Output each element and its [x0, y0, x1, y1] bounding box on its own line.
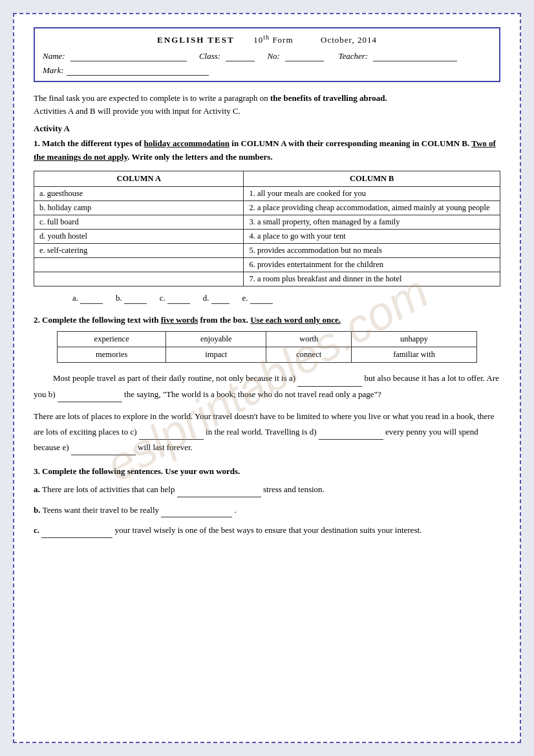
col-b-item-5: 5. provides accommodation but no meals [244, 243, 500, 257]
answer-a-label: a. [72, 293, 78, 303]
col-b-item-6: 6. provides entertainment for the childr… [244, 257, 500, 272]
q2-para1: Most people travel as part of their dail… [34, 371, 500, 402]
q3-c-letter: c. [34, 525, 41, 535]
q2-underline: five words [161, 315, 198, 325]
q3-item-c: c. your travel wisely is one of the best… [34, 524, 500, 538]
word-familiar: familiar with [352, 347, 477, 363]
answer-b-label: b. [116, 293, 122, 303]
table-row: a. guesthouse 1. all your meals are cook… [34, 186, 500, 200]
q3-a-blank[interactable] [177, 483, 261, 497]
q2-title: 2. Complete the following text with five… [34, 314, 500, 327]
answer-c: c. [160, 293, 190, 304]
blank-b[interactable] [58, 387, 122, 402]
col-b-item-7: 7. a room plus breakfast and dinner in t… [244, 272, 500, 286]
q3-item-a: a. There are lots of activities that can… [34, 483, 500, 497]
name-field[interactable] [70, 50, 187, 61]
col-a-empty2 [34, 272, 244, 286]
q3-c-text: your travel wisely is one of the best wa… [115, 525, 422, 535]
blank-e-label: e) [62, 442, 69, 452]
q3-b-blank[interactable] [161, 504, 232, 518]
answer-d: d. [203, 293, 230, 304]
teacher-label: Teacher: [338, 51, 368, 61]
answer-row: a. b. c. d. e. [72, 293, 500, 304]
q3-title: 3. Complete the following sentences. Use… [34, 465, 500, 478]
name-label: Name: [43, 51, 65, 61]
class-field[interactable] [226, 50, 255, 61]
answer-d-label: d. [203, 293, 209, 303]
mark-row: Mark: [43, 65, 491, 76]
word-unhappy: unhappy [352, 332, 477, 347]
word-row-2: memories impact connect familiar with [58, 347, 477, 363]
q3-a-text: There are lots of activities that can he… [42, 484, 175, 494]
table-row: d. youth hostel 4. a place to go with yo… [34, 229, 500, 243]
mark-field[interactable] [67, 65, 209, 76]
q3-b-after: . [235, 505, 237, 515]
form-label: Form [272, 35, 293, 45]
word-memories: memories [58, 347, 166, 363]
blank-d-label: d) [310, 427, 317, 437]
q1-underline: holiday accommodation [144, 138, 230, 148]
activity-a-label: Activity A [34, 124, 500, 134]
header-fields-row1: Name: Class: No: Teacher: [43, 50, 491, 61]
col-a-item-1: a. guesthouse [34, 186, 244, 200]
answer-e: e. [242, 293, 273, 304]
header-box: ENGLISH TEST 10th Form October, 2014 Nam… [34, 27, 500, 82]
q2-label: 2. Complete the following text with [34, 315, 161, 325]
table-row: b. holiday camp 2. a place providing che… [34, 200, 500, 215]
word-row-1: experience enjoyable worth unhappy [58, 332, 477, 347]
intro-line2: Activities A and B will provide you with… [34, 106, 240, 116]
word-connect: connect [266, 347, 352, 363]
blank-e[interactable] [71, 440, 136, 455]
no-label: No: [267, 51, 280, 61]
col-b-item-3: 3. a small property, often managed by a … [244, 215, 500, 229]
answer-a: a. [72, 293, 103, 304]
col-a-item-4: d. youth hostel [34, 229, 244, 243]
q2-para2: There are lots of places to explore in t… [34, 409, 500, 455]
col-b-header: COLUMN B [244, 171, 500, 186]
table-row: 6. provides entertainment for the childr… [34, 257, 500, 272]
answer-c-label: c. [160, 293, 166, 303]
answer-a-blank[interactable] [80, 293, 103, 304]
answer-c-blank[interactable] [167, 293, 190, 304]
blank-c[interactable] [139, 424, 204, 440]
q3-a-after: stress and tension. [263, 484, 325, 494]
answer-b-blank[interactable] [124, 293, 147, 304]
q3-c-blank[interactable] [41, 524, 112, 538]
teacher-field[interactable] [373, 50, 457, 61]
word-box-table: experience enjoyable worth unhappy memor… [57, 331, 477, 363]
col-a-empty [34, 257, 244, 272]
col-a-item-2: b. holiday camp [34, 200, 244, 215]
header-title-row: ENGLISH TEST 10th Form October, 2014 [43, 34, 491, 45]
word-experience: experience [58, 332, 166, 347]
q2-underline2: Use each word only once. [250, 315, 341, 325]
test-title: ENGLISH TEST [157, 35, 235, 45]
page: eslprintables.com ENGLISH TEST 10th Form… [13, 13, 521, 743]
answer-d-blank[interactable] [211, 293, 230, 304]
col-b-item-4: 4. a place to go with your tent [244, 229, 500, 243]
q3-a-letter: a. [34, 484, 42, 494]
q3-b-letter: b. [34, 505, 43, 515]
intro-line1: The final task you are expected to compl… [34, 93, 270, 103]
col-a-item-5: e. self-catering [34, 243, 244, 257]
blank-a[interactable] [297, 371, 362, 386]
no-field[interactable] [285, 50, 324, 61]
table-row: 7. a room plus breakfast and dinner in t… [34, 272, 500, 286]
table-row: c. full board 3. a small property, often… [34, 215, 500, 229]
blank-b-label: b) [48, 389, 56, 399]
form-number: 10 [253, 35, 263, 45]
word-impact: impact [166, 347, 266, 363]
form-sup: th [263, 34, 270, 41]
table-row: e. self-catering 5. provides accommodati… [34, 243, 500, 257]
col-a-item-3: c. full board [34, 215, 244, 229]
answer-b: b. [116, 293, 147, 304]
blank-d[interactable] [319, 424, 383, 440]
q2-cont: from the box. [198, 315, 250, 325]
blank-a-label: a) [289, 373, 295, 383]
intro-text: The final task you are expected to compl… [34, 92, 500, 117]
word-enjoyable: enjoyable [166, 332, 266, 347]
answer-e-blank[interactable] [250, 293, 273, 304]
columns-table: COLUMN A COLUMN B a. guesthouse 1. all y… [34, 171, 500, 286]
q1-text: 1. Match the different types of holiday … [34, 137, 500, 164]
mark-label: Mark: [43, 65, 64, 76]
answer-e-label: e. [242, 293, 248, 303]
